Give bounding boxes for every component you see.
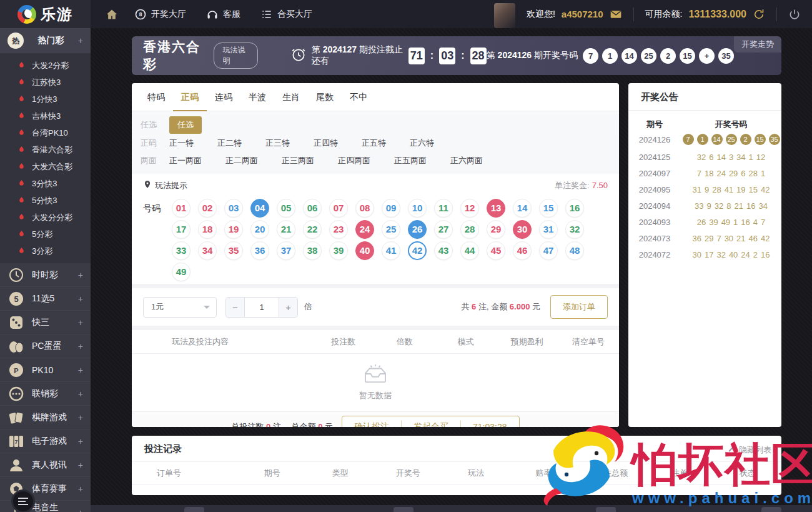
- number-ball-31[interactable]: 31: [539, 220, 558, 239]
- number-ball-15[interactable]: 15: [539, 199, 558, 218]
- rules-button[interactable]: 玩法说明: [214, 43, 257, 69]
- tab-不中[interactable]: 不中: [342, 83, 375, 111]
- sidebar-hot-item[interactable]: 大发六合彩: [0, 158, 91, 175]
- number-ball-45[interactable]: 45: [487, 241, 505, 260]
- number-ball-43[interactable]: 43: [434, 241, 453, 260]
- number-ball-01[interactable]: 01: [172, 199, 191, 218]
- multiplier-input[interactable]: [244, 298, 279, 317]
- nav-item-home[interactable]: [99, 0, 124, 28]
- add-order-button[interactable]: 添加订单: [550, 295, 608, 319]
- play-option[interactable]: 正三特: [265, 135, 290, 151]
- number-ball-29[interactable]: 29: [487, 220, 505, 239]
- number-ball-20[interactable]: 20: [250, 220, 269, 239]
- tab-生肖[interactable]: 生肖: [274, 83, 308, 111]
- sidebar-hot-item[interactable]: 大发2分彩: [0, 57, 91, 74]
- sidebar-category-sevens[interactable]: 7电子游戏+: [0, 429, 91, 453]
- number-ball-42[interactable]: 42: [408, 241, 427, 260]
- number-ball-21[interactable]: 21: [277, 220, 295, 239]
- sidebar-hot-item[interactable]: 台湾PK10: [0, 124, 91, 141]
- number-ball-05[interactable]: 05: [277, 199, 295, 218]
- minus-button[interactable]: −: [226, 298, 244, 317]
- number-ball-49[interactable]: 49: [172, 263, 191, 281]
- tab-特码[interactable]: 特码: [139, 83, 173, 111]
- number-ball-35[interactable]: 35: [224, 241, 243, 260]
- number-ball-12[interactable]: 12: [460, 199, 479, 218]
- play-option[interactable]: 正五两面: [394, 153, 427, 169]
- number-ball-06[interactable]: 06: [303, 199, 322, 218]
- tab-正码[interactable]: 正码: [173, 83, 207, 111]
- refresh-icon[interactable]: [753, 8, 765, 21]
- number-ball-14[interactable]: 14: [513, 199, 532, 218]
- sidebar-category-eggs[interactable]: PC蛋蛋+: [0, 334, 91, 358]
- trend-link[interactable]: 开奖走势: [734, 36, 781, 53]
- sidebar-category-dots[interactable]: 联销彩+: [0, 382, 91, 406]
- number-ball-11[interactable]: 11: [434, 199, 453, 218]
- play-option[interactable]: 正二特: [217, 135, 242, 151]
- sidebar-hot-item[interactable]: 吉林快3: [0, 108, 91, 124]
- play-option[interactable]: 正二两面: [225, 153, 258, 169]
- nav-item-service[interactable]: 客服: [196, 0, 250, 28]
- number-ball-09[interactable]: 09: [382, 199, 400, 218]
- sidebar-category-cards[interactable]: 棋牌游戏+: [0, 406, 91, 429]
- play-option[interactable]: 正一特: [169, 135, 194, 151]
- number-ball-22[interactable]: 22: [303, 220, 322, 239]
- sidebar-hot-item[interactable]: 3分彩: [0, 243, 91, 259]
- bet-col-5[interactable]: 清空单号: [558, 336, 619, 348]
- number-ball-48[interactable]: 48: [565, 241, 584, 260]
- play-option[interactable]: 正六特: [410, 135, 434, 151]
- number-ball-47[interactable]: 47: [539, 241, 558, 260]
- nav-item-lottery-hall[interactable]: 8开奖大厅: [124, 0, 196, 28]
- number-ball-19[interactable]: 19: [224, 220, 243, 239]
- sidebar-hot-item[interactable]: 香港六合彩: [0, 141, 91, 158]
- number-ball-30[interactable]: 30: [513, 220, 532, 239]
- sidebar-hot-item[interactable]: 3分快3: [0, 175, 91, 192]
- number-ball-27[interactable]: 27: [434, 220, 453, 239]
- confirm-bet-button[interactable]: 确认投注: [342, 416, 401, 428]
- play-option[interactable]: 正五特: [362, 135, 386, 151]
- sidebar-category-person[interactable]: 真人视讯+: [0, 453, 91, 477]
- sidebar-category-dice[interactable]: 快三+: [0, 311, 91, 334]
- number-ball-26[interactable]: 26: [408, 220, 427, 239]
- number-ball-24[interactable]: 24: [355, 220, 374, 239]
- number-ball-17[interactable]: 17: [172, 220, 191, 239]
- sidebar-hot-header[interactable]: 热 热门彩 +: [0, 28, 91, 53]
- sidebar-category-clock[interactable]: 时时彩+: [0, 263, 91, 287]
- number-ball-44[interactable]: 44: [460, 241, 479, 260]
- number-ball-32[interactable]: 32: [565, 220, 584, 239]
- number-ball-10[interactable]: 10: [408, 199, 427, 218]
- number-ball-33[interactable]: 33: [172, 241, 191, 260]
- play-option[interactable]: 正六两面: [450, 153, 483, 169]
- sidebar-category-five[interactable]: 511选5+: [0, 287, 91, 311]
- number-ball-38[interactable]: 38: [303, 241, 322, 260]
- number-ball-36[interactable]: 36: [250, 241, 269, 260]
- play-option[interactable]: 正一两面: [169, 153, 202, 169]
- number-ball-18[interactable]: 18: [198, 220, 217, 239]
- play-option[interactable]: 正四两面: [338, 153, 370, 169]
- unit-select[interactable]: 1元: [143, 297, 217, 318]
- sidebar-hot-item[interactable]: 5分彩: [0, 226, 91, 243]
- tab-连码[interactable]: 连码: [207, 83, 240, 111]
- plus-button[interactable]: +: [279, 298, 297, 317]
- number-ball-02[interactable]: 02: [198, 199, 217, 218]
- hide-list-link[interactable]: 隐藏列表: [728, 444, 771, 456]
- number-ball-25[interactable]: 25: [382, 220, 400, 239]
- number-ball-46[interactable]: 46: [513, 241, 532, 260]
- brand-logo[interactable]: 乐游: [0, 0, 91, 28]
- sidebar-hot-item[interactable]: 大发分分彩: [0, 209, 91, 226]
- number-ball-34[interactable]: 34: [198, 241, 217, 260]
- number-ball-04[interactable]: 04: [250, 199, 269, 218]
- sidebar-hot-item[interactable]: 5分快3: [0, 192, 91, 209]
- sidebar-category-pk10[interactable]: PPK10+: [0, 358, 91, 382]
- number-ball-07[interactable]: 07: [329, 199, 348, 218]
- tab-尾数[interactable]: 尾数: [308, 83, 342, 111]
- sidebar-hot-item[interactable]: 江苏快3: [0, 74, 91, 91]
- number-ball-23[interactable]: 23: [329, 220, 348, 239]
- number-ball-37[interactable]: 37: [277, 241, 295, 260]
- number-ball-39[interactable]: 39: [329, 241, 348, 260]
- number-ball-28[interactable]: 28: [460, 220, 479, 239]
- power-icon[interactable]: [788, 8, 801, 21]
- menu-toggle-button[interactable]: [11, 489, 35, 512]
- number-ball-40[interactable]: 40: [355, 241, 374, 260]
- number-ball-13[interactable]: 13: [487, 199, 505, 218]
- number-ball-16[interactable]: 16: [565, 199, 584, 218]
